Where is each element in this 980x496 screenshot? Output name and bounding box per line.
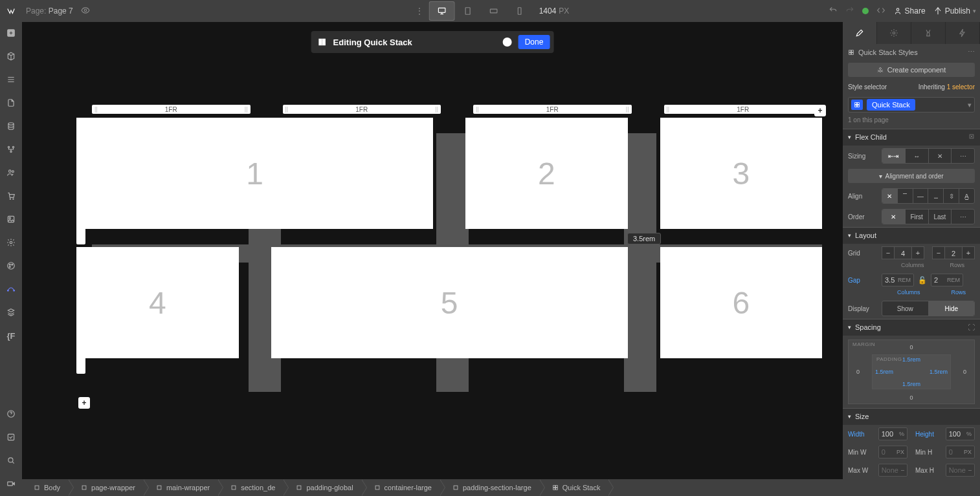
done-button[interactable]: Done xyxy=(518,35,550,49)
add-row-button[interactable]: + xyxy=(78,397,90,409)
svg-rect-4 xyxy=(518,8,521,15)
create-component-button[interactable]: Create component xyxy=(848,63,975,77)
column-size-label[interactable]: 1FR xyxy=(92,105,251,114)
more-icon[interactable]: ⋯ xyxy=(968,48,975,56)
grid-cell[interactable]: 5 xyxy=(271,247,628,358)
section-layout[interactable]: ▾Layout xyxy=(843,227,980,244)
style-panel-tab[interactable] xyxy=(843,22,877,44)
breakpoint-more-icon[interactable]: ⋮ xyxy=(411,6,429,16)
svg-rect-28 xyxy=(319,39,322,41)
box-icon[interactable] xyxy=(4,49,18,63)
svg-point-20 xyxy=(12,264,13,265)
grid-cell[interactable]: 6 xyxy=(660,247,823,358)
svg-rect-42 xyxy=(35,486,39,490)
crumb-item[interactable]: main-wrapper xyxy=(144,479,219,496)
section-flex-child[interactable]: ▾Flex Child xyxy=(843,129,980,146)
crumb-item[interactable]: padding-section-large xyxy=(441,479,540,496)
webflow-logo[interactable] xyxy=(0,0,22,22)
crumb-item[interactable]: section_de xyxy=(219,479,284,496)
add-column-button[interactable]: + xyxy=(814,105,826,116)
column-size-label[interactable]: 1FR xyxy=(283,105,441,114)
settings-icon[interactable] xyxy=(4,235,18,250)
width-input[interactable]: 100% xyxy=(878,427,908,440)
video-icon[interactable] xyxy=(4,477,18,491)
crumb-item[interactable]: Body xyxy=(22,479,69,496)
cms-icon[interactable] xyxy=(4,119,18,133)
grid-cell[interactable]: 2 xyxy=(465,118,628,229)
crumb-item[interactable]: Quick Stack xyxy=(540,479,610,496)
chevron-down-icon[interactable]: ▾ xyxy=(968,101,972,109)
share-button[interactable]: Share xyxy=(893,6,926,16)
maxw-input[interactable]: None– xyxy=(878,464,908,477)
align-buttons[interactable]: ✕⎺―⎽⇳A̲ xyxy=(882,188,975,204)
gap-rows-input[interactable]: 2REM xyxy=(931,274,963,286)
column-size-label[interactable]: 1FR xyxy=(473,105,632,114)
redo-button[interactable] xyxy=(845,6,854,17)
interactions-tab[interactable] xyxy=(946,22,980,44)
status-saved-icon xyxy=(862,8,869,14)
help-icon[interactable] xyxy=(4,407,18,421)
breakpoint-desktop[interactable] xyxy=(429,1,455,21)
gap-columns-input[interactable]: 3.5REM xyxy=(882,274,914,286)
alignment-toggle[interactable]: ▾ Alignment and order xyxy=(848,169,975,183)
svg-rect-44 xyxy=(157,486,161,490)
navigator-icon[interactable] xyxy=(4,72,18,87)
code-export-icon[interactable] xyxy=(876,6,885,17)
gap-lock-icon[interactable]: 🔓 xyxy=(918,276,927,285)
breakpoint-tablet[interactable] xyxy=(455,1,481,21)
grid-rows-stepper[interactable]: −2+ xyxy=(932,246,975,259)
minh-input[interactable]: 0PX xyxy=(946,446,975,458)
minw-input[interactable]: 0PX xyxy=(878,446,908,458)
grid-cell[interactable]: 3 xyxy=(660,118,823,229)
crumb-item[interactable]: padding-global xyxy=(284,479,362,496)
logic-icon[interactable] xyxy=(4,142,18,156)
breakpoint-mobile[interactable] xyxy=(507,1,533,21)
assets-icon[interactable] xyxy=(4,212,18,226)
publish-button[interactable]: Publish▾ xyxy=(933,6,976,16)
svg-point-0 xyxy=(84,9,87,12)
style-manager-tab[interactable] xyxy=(911,22,946,44)
interactions-rail-icon[interactable] xyxy=(4,282,18,296)
grid-cell[interactable]: 1 xyxy=(76,118,433,229)
spacing-expand-icon[interactable]: ⛶ xyxy=(968,323,975,331)
display-toggle[interactable]: ShowHide xyxy=(882,301,975,316)
class-tag[interactable]: Quick Stack xyxy=(867,99,915,111)
pages-icon[interactable] xyxy=(4,96,18,110)
crumb-item[interactable]: page-wrapper xyxy=(69,479,144,496)
page-selector[interactable]: Page: Page 7 xyxy=(26,6,73,16)
grid-cell[interactable]: 4 xyxy=(76,247,239,358)
reset-icon[interactable] xyxy=(968,133,975,141)
crumb-item[interactable]: container-large xyxy=(362,479,441,496)
users-icon[interactable] xyxy=(4,166,18,180)
components-icon[interactable] xyxy=(4,305,18,319)
maxh-input[interactable]: None– xyxy=(946,464,975,477)
breakpoint-mobile-landscape[interactable] xyxy=(481,1,507,21)
canvas-width[interactable]: 1404PX xyxy=(539,6,570,16)
order-buttons[interactable]: ✕FirstLast⋯ xyxy=(882,209,975,224)
preview-icon[interactable] xyxy=(81,6,90,17)
variables-icon[interactable]: {F xyxy=(4,329,18,343)
svg-point-7 xyxy=(8,123,14,125)
grid-columns-stepper[interactable]: −4+ xyxy=(882,246,924,259)
svg-rect-27 xyxy=(8,482,13,486)
edit-banner-toggle[interactable] xyxy=(503,38,512,47)
selector-input[interactable]: Quick Stack ▾ xyxy=(848,97,975,113)
settings-panel-tab[interactable] xyxy=(877,22,911,44)
svg-point-10 xyxy=(10,151,12,152)
sizing-buttons[interactable]: ⇤⇥↔✕⋯ xyxy=(882,148,975,164)
section-spacing[interactable]: ▾Spacing⛶ xyxy=(843,319,980,336)
styles-icon[interactable] xyxy=(4,259,18,273)
search-icon[interactable] xyxy=(4,453,18,468)
svg-rect-33 xyxy=(849,50,851,52)
column-size-label[interactable]: 1FR xyxy=(664,105,823,114)
spacing-editor[interactable]: MARGIN 0 0 0 0 PADDING 1.5rem 1.5rem 1.5… xyxy=(848,340,975,404)
audit-icon[interactable] xyxy=(4,430,18,444)
svg-point-12 xyxy=(12,171,14,173)
undo-button[interactable] xyxy=(829,6,838,17)
add-element-icon[interactable] xyxy=(4,26,18,40)
svg-rect-39 xyxy=(855,105,857,107)
section-size[interactable]: ▾Size xyxy=(843,408,980,425)
svg-rect-36 xyxy=(851,52,853,54)
ecommerce-icon[interactable] xyxy=(4,189,18,203)
height-input[interactable]: 100% xyxy=(946,427,975,440)
